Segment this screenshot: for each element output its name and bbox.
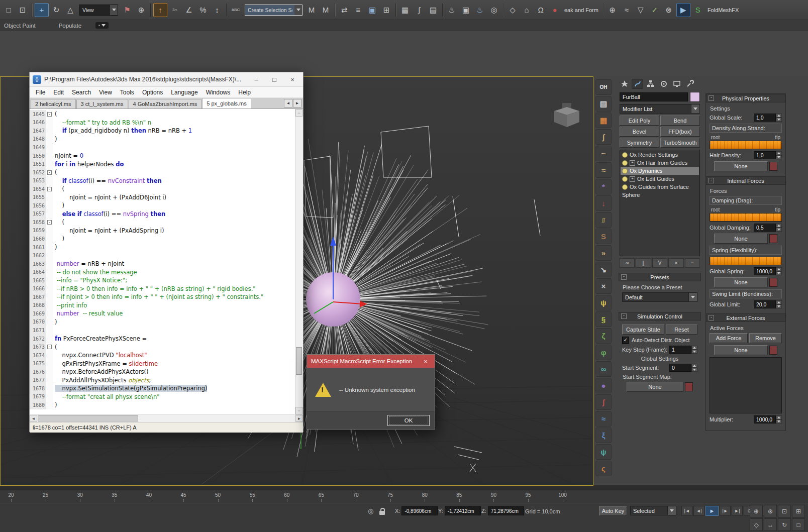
global-damping-spinner[interactable]: 0,5 — [754, 224, 782, 232]
toolbar-tool-icon-5[interactable]: ≈ — [620, 4, 633, 17]
select-and-manipulate-icon[interactable]: ⊕ — [135, 4, 148, 17]
key-filter-dropdown[interactable]: Selected — [630, 506, 676, 515]
timeline-tick[interactable]: 75 — [387, 492, 393, 498]
modifier-stack-item[interactable]: Ox Dynamics — [621, 167, 699, 175]
spring-map-none-button[interactable]: None — [714, 277, 768, 287]
global-spring-spinner[interactable]: 1000,0 — [754, 267, 782, 275]
orbit-button[interactable]: ↻ — [778, 518, 791, 531]
foldmesh-icon[interactable]: S — [691, 4, 704, 17]
map-slot-button[interactable] — [769, 234, 777, 243]
zoom-extents-all-button[interactable]: ⊞ — [792, 505, 805, 517]
fold-toggle-icon[interactable]: - — [47, 345, 52, 349]
ox-strand-icon[interactable]: S — [595, 229, 612, 244]
field-of-view-button[interactable]: ◇ — [750, 518, 763, 531]
simulation-control-rollout-header[interactable]: -Simulation Control — [619, 312, 701, 321]
auto-detect-checkbox[interactable]: ✓ — [622, 337, 629, 344]
tab-create[interactable] — [619, 79, 630, 89]
menu-edit[interactable]: Edit — [49, 88, 68, 97]
menu-language[interactable]: Language — [167, 88, 201, 97]
zoom-all-button[interactable]: ⊛ — [764, 505, 777, 517]
timeline-tick[interactable]: 60 — [284, 492, 289, 498]
mirror-icon[interactable]: ⇄ — [338, 4, 351, 17]
minimize-button[interactable]: – — [249, 74, 264, 85]
use-pivot-center-icon[interactable]: ⚑ — [121, 4, 134, 17]
menu-windows[interactable]: Windows — [202, 88, 235, 97]
ox-chevron-icon[interactable]: » — [595, 245, 612, 261]
timeline-tick[interactable]: 80 — [422, 492, 428, 498]
menu-options[interactable]: Options — [138, 88, 167, 97]
go-to-start-button[interactable]: |◄ — [681, 506, 692, 516]
ox-curl-icon[interactable]: ζ — [595, 328, 612, 344]
timeline-tick[interactable]: 20 — [8, 492, 14, 498]
toolbar-tool-icon-1[interactable]: ◇ — [506, 4, 519, 17]
zoom-extents-button[interactable]: ⊡ — [778, 505, 791, 517]
scroll-up-button[interactable] — [295, 109, 302, 117]
align-icon[interactable]: ≡ — [352, 4, 365, 17]
stack-tool-icon-4[interactable]: × — [668, 258, 683, 268]
ox-curves-icon[interactable]: ∫∫ — [595, 212, 612, 228]
active-forces-list[interactable] — [710, 357, 782, 413]
modifier-stack-item[interactable]: Sphere — [621, 191, 699, 199]
ox-scissors-icon[interactable]: × — [595, 278, 612, 294]
modifier-button-edit-poly[interactable]: Edit Poly — [620, 116, 659, 126]
global-limit-spinner[interactable]: 20,0 — [754, 300, 782, 308]
viewcube-widget[interactable] — [554, 103, 579, 127]
render-setup-icon[interactable]: ♨ — [445, 4, 458, 17]
add-force-button[interactable]: Add Force — [710, 333, 748, 343]
play-animation-button[interactable]: ► — [705, 506, 719, 516]
expand-box-icon[interactable]: + — [630, 160, 635, 166]
fold-toggle-icon[interactable]: - — [47, 187, 52, 191]
toolbar-tool-icon-6[interactable]: ▽ — [634, 4, 647, 17]
modifier-stack-item[interactable]: +Ox Edit Guides — [621, 175, 699, 183]
fold-toggle-icon[interactable]: - — [47, 170, 52, 175]
remove-force-button[interactable]: Remove — [749, 333, 782, 343]
damping-ramp-control[interactable] — [710, 213, 782, 222]
physical-properties-rollout-header[interactable]: -Physical Properties — [706, 94, 785, 102]
ox-ball-icon[interactable]: ● — [595, 378, 612, 393]
hair-density-map-none-button[interactable]: None — [714, 161, 768, 171]
vertical-scrollbar[interactable] — [295, 109, 303, 414]
timeline-tick[interactable]: 85 — [456, 492, 462, 498]
keyboard-shortcut-override-icon[interactable]: ABC — [229, 4, 242, 17]
collapse-icon[interactable]: - — [621, 274, 627, 280]
modifier-button-symmetry[interactable]: Symmetry — [620, 138, 659, 148]
scroll-right-button[interactable]: ► — [295, 415, 303, 422]
collapse-icon[interactable]: - — [709, 95, 714, 101]
editor-title-bar[interactable]: {} P:\Program Files\Autodesk\3ds Max 201… — [30, 72, 303, 87]
error-dialog[interactable]: MAXScript MacroScript Error Exception × … — [307, 354, 435, 430]
visibility-bulb-icon[interactable] — [622, 184, 628, 190]
capture-state-button[interactable]: Capture State — [622, 325, 664, 335]
ribbon-tab-object-paint[interactable]: Object Paint — [4, 23, 36, 29]
maximize-viewport-toggle-button[interactable]: □ — [792, 518, 805, 531]
ox-comb-icon[interactable]: ψ — [595, 295, 612, 310]
scroll-down-button[interactable] — [295, 407, 302, 414]
hair-density-spinner[interactable]: 1,0 — [754, 151, 782, 159]
horizontal-scrollbar[interactable]: ◄ ► — [30, 414, 303, 422]
timeline-tick[interactable]: 100 — [558, 492, 567, 498]
scrollbar-thumb[interactable] — [296, 347, 302, 375]
toolbar-tool-icon-2[interactable]: ⌂ — [520, 4, 533, 17]
ribbon-collapse-button[interactable] — [95, 22, 109, 29]
timeline-ruler[interactable]: 20253035404550556065707580859095100 — [0, 490, 808, 503]
tab-modify[interactable] — [632, 79, 643, 89]
selection-lock-toggle-icon[interactable] — [379, 511, 385, 515]
toolbar-tool-icon-7[interactable]: ✓ — [648, 4, 661, 17]
ornatrix-logo[interactable]: OH — [595, 79, 612, 95]
select-and-move-icon[interactable]: + — [35, 3, 49, 17]
menu-file[interactable]: File — [32, 88, 49, 97]
close-button[interactable]: × — [285, 74, 300, 85]
auto-key-button[interactable]: Auto Key — [599, 506, 627, 516]
ox-guide-curve-icon[interactable]: ∫ — [595, 129, 612, 145]
ox-braid-icon[interactable]: § — [595, 311, 612, 327]
toolbar-tool-icon-8[interactable]: ⊗ — [662, 4, 675, 17]
rendered-frame-icon[interactable]: ▣ — [459, 4, 472, 17]
editor-tab[interactable]: 5 px_globals.ms — [202, 98, 251, 109]
edit-named-selections-icon[interactable]: M — [305, 4, 318, 17]
playback-plugin-icon[interactable]: ▶ — [676, 3, 690, 17]
isolate-selection-toggle-icon[interactable]: ◎ — [368, 507, 373, 515]
visibility-bulb-icon[interactable] — [622, 160, 628, 166]
timeline-tick[interactable]: 45 — [180, 492, 186, 498]
previous-frame-button[interactable]: ◄| — [693, 506, 704, 516]
spring-ramp-control[interactable] — [710, 257, 782, 265]
editor-tab[interactable]: 3 ct_l_system.ms — [76, 99, 128, 109]
